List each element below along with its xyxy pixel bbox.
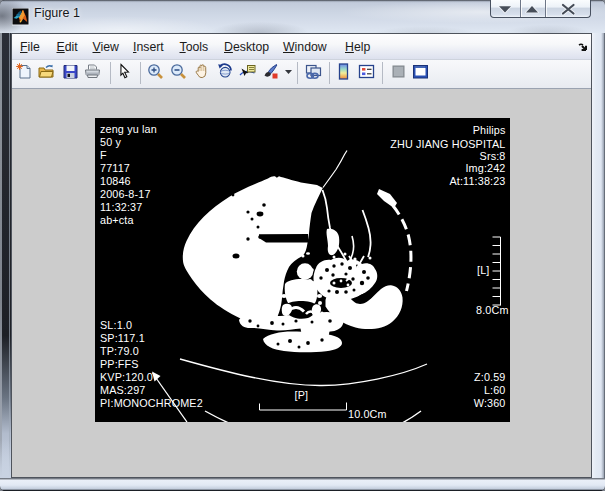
svg-text:SL:1.0: SL:1.0 [100,319,132,331]
svg-text:2006-8-17: 2006-8-17 [100,188,151,200]
svg-text:KVP:120.0: KVP:120.0 [100,371,153,383]
svg-text:[P]: [P] [295,389,309,401]
svg-text:MAS:297: MAS:297 [100,384,145,396]
svg-text:ab+cta: ab+cta [100,214,134,226]
svg-text:W:360: W:360 [474,397,506,409]
svg-text:8.0Cm: 8.0Cm [476,304,509,316]
svg-text:PI:MONOCHROME2: PI:MONOCHROME2 [100,397,203,409]
svg-text:PP:FFS: PP:FFS [100,358,139,370]
svg-text:At:11:38:23: At:11:38:23 [449,175,505,187]
svg-text:L:60: L:60 [484,384,506,396]
svg-text:Srs:8: Srs:8 [480,150,506,162]
svg-text:zeng yu lan: zeng yu lan [100,123,157,135]
svg-text:77117: 77117 [100,162,130,174]
svg-text:10846: 10846 [100,175,131,187]
svg-text:Philips: Philips [473,124,506,136]
svg-text:F: F [100,149,107,161]
svg-text:11:32:37: 11:32:37 [100,201,142,213]
svg-text:SP:117.1: SP:117.1 [100,332,145,344]
svg-text:Img:242: Img:242 [465,162,505,174]
svg-text:Z:0.59: Z:0.59 [474,371,506,383]
svg-text:TP:79.0: TP:79.0 [100,345,139,357]
svg-text:[L]: [L] [477,264,489,276]
svg-text:ZHU JIANG HOSPITAL: ZHU JIANG HOSPITAL [390,138,505,150]
svg-text:50 y: 50 y [100,136,121,148]
svg-text:10.0Cm: 10.0Cm [348,408,387,420]
